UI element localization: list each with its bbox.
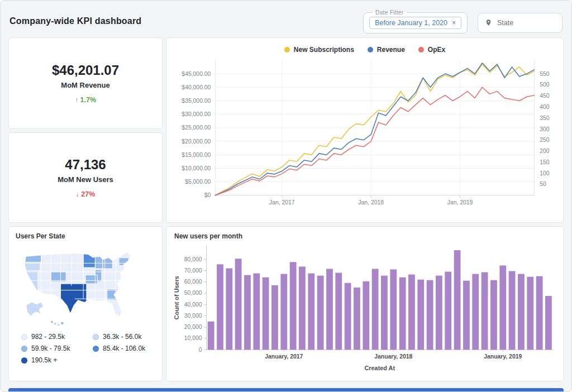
svg-text:500: 500 <box>540 82 550 88</box>
svg-text:$25,000.00: $25,000.00 <box>182 125 211 131</box>
svg-text:150: 150 <box>540 159 550 165</box>
map-legend-item: 36.3k - 56.0k <box>93 333 155 341</box>
svg-text:350: 350 <box>540 115 550 121</box>
series-dot <box>284 47 290 52</box>
svg-text:$5,000.00: $5,000.00 <box>185 179 211 185</box>
svg-text:Created At: Created At <box>364 365 395 371</box>
svg-text:$40,000.00: $40,000.00 <box>182 84 211 90</box>
kpi-trend-line-chart[interactable]: $0$5,000.00$10,000.00$15,000.00$20,000.0… <box>171 54 559 211</box>
svg-text:January, 2019: January, 2019 <box>484 353 522 360</box>
svg-text:$20,000.00: $20,000.00 <box>182 138 211 145</box>
svg-text:60,000: 60,000 <box>184 279 202 285</box>
arrow-down-icon: ↓ <box>76 190 79 198</box>
map-legend-item: 190.5k + <box>21 356 87 364</box>
map-legend-item: 59.9k - 79.5k <box>21 345 87 352</box>
remove-filter-icon[interactable]: × <box>452 19 456 27</box>
legend-swatch <box>21 346 27 352</box>
state-filter[interactable]: State <box>478 13 563 33</box>
card-title: Users Per State <box>16 232 155 240</box>
map-legend: 982 - 29.5k 36.3k - 56.0k 59.9k - 79.5k … <box>21 333 155 364</box>
date-filter[interactable]: Date Filter Before January 1, 2020 × <box>363 9 468 34</box>
svg-text:250: 250 <box>540 137 550 143</box>
legend-swatch <box>93 334 99 340</box>
legend-swatch <box>21 357 27 364</box>
kpi-delta: ↓ 27% <box>76 190 96 198</box>
kpi-card-mom-revenue: $46,201.07 MoM Revenue ↑ 1.7% <box>8 37 163 129</box>
date-filter-value: Before January 1, 2020 <box>375 19 447 27</box>
legend-swatch <box>21 334 27 340</box>
svg-text:400: 400 <box>540 104 550 110</box>
map-legend-item: 85.4k - 106.0k <box>93 345 155 352</box>
kpi-value: $46,201.07 <box>52 63 119 78</box>
dashboard-frame: Company-wide KPI dashboard Date Filter B… <box>0 0 572 392</box>
legend-label: 85.4k - 106.0k <box>103 345 145 352</box>
users-per-state-card: Users Per State <box>8 226 163 381</box>
svg-text:Jan, 2019: Jan, 2019 <box>447 199 473 205</box>
kpi-label: MoM New Users <box>58 175 113 184</box>
svg-text:$35,000.00: $35,000.00 <box>182 98 211 104</box>
date-filter-label: Date Filter <box>373 9 407 16</box>
legend-label: 59.9k - 79.5k <box>31 345 70 352</box>
svg-text:January, 2018: January, 2018 <box>374 353 412 360</box>
kpi-delta: ↑ 1.7% <box>75 96 96 104</box>
kpi-card-mom-new-users: 47,136 MoM New Users ↓ 27% <box>8 132 163 223</box>
page-title: Company-wide KPI dashboard <box>9 16 141 26</box>
new-users-per-month-card: New users per month 010,00020,00030,0004… <box>166 226 564 381</box>
kpi-label: MoM Revenue <box>61 81 109 89</box>
map-legend-item: 982 - 29.5k <box>21 333 87 341</box>
svg-text:70,000: 70,000 <box>184 267 202 274</box>
kpi-delta-value: 1.7% <box>80 96 97 104</box>
series-dot <box>368 47 373 52</box>
svg-text:$0: $0 <box>204 192 211 198</box>
state-filter-placeholder: State <box>497 19 513 27</box>
svg-text:40,000: 40,000 <box>184 302 202 308</box>
legend-label: 190.5k + <box>31 356 57 364</box>
legend-swatch <box>93 346 99 352</box>
svg-text:30,000: 30,000 <box>184 313 202 319</box>
hawaii-shape <box>51 321 64 326</box>
svg-text:January, 2017: January, 2017 <box>265 353 303 360</box>
svg-text:Jan, 2018: Jan, 2018 <box>358 199 384 205</box>
arrow-up-icon: ↑ <box>75 96 78 104</box>
svg-text:Count of Users: Count of Users <box>173 276 180 319</box>
legend-item-revenue[interactable]: Revenue <box>368 46 405 54</box>
svg-text:$45,000.00: $45,000.00 <box>182 71 211 77</box>
svg-text:50: 50 <box>540 181 546 187</box>
left-column: $46,201.07 MoM Revenue ↑ 1.7% 47,136 MoM… <box>8 37 163 381</box>
next-card-edge <box>8 388 564 392</box>
svg-text:Jan, 2017: Jan, 2017 <box>269 199 295 205</box>
new-users-bar-chart[interactable]: 010,00020,00030,00040,00050,00060,00070,… <box>171 240 559 373</box>
svg-text:100: 100 <box>540 170 550 176</box>
card-title: New users per month <box>174 232 559 240</box>
svg-text:80,000: 80,000 <box>184 256 202 262</box>
series-dot <box>418 47 424 52</box>
series-label: OpEx <box>428 46 445 54</box>
series-label: Revenue <box>377 46 405 54</box>
alaska-shape <box>26 302 44 316</box>
date-filter-chip[interactable]: Before January 1, 2020 × <box>369 17 461 29</box>
svg-text:$15,000.00: $15,000.00 <box>182 152 211 158</box>
svg-text:300: 300 <box>540 126 550 132</box>
legend-label: 36.3k - 56.0k <box>103 333 141 341</box>
legend-label: 982 - 29.5k <box>31 333 65 341</box>
legend-item-opex[interactable]: OpEx <box>418 46 445 54</box>
series-label: New Subscriptions <box>294 46 354 54</box>
svg-text:10,000: 10,000 <box>184 336 202 342</box>
dashboard-header: Company-wide KPI dashboard Date Filter B… <box>1 1 571 37</box>
legend-item-new-subscriptions[interactable]: New Subscriptions <box>284 46 354 54</box>
right-column: New Subscriptions Revenue OpEx $0$5,000.… <box>166 37 564 381</box>
location-pin-icon <box>485 18 492 27</box>
svg-text:200: 200 <box>540 148 550 154</box>
kpi-delta-value: 27% <box>81 190 95 198</box>
svg-text:50,000: 50,000 <box>184 290 202 296</box>
svg-text:550: 550 <box>540 71 550 77</box>
dashboard-grid: $46,201.07 MoM Revenue ↑ 1.7% 47,136 MoM… <box>1 37 571 381</box>
svg-text:0: 0 <box>199 347 202 353</box>
svg-text:450: 450 <box>540 93 550 99</box>
us-choropleth-map[interactable] <box>21 243 150 327</box>
series-legend: New Subscriptions Revenue OpEx <box>171 46 559 54</box>
kpi-trend-card: New Subscriptions Revenue OpEx $0$5,000.… <box>166 37 564 223</box>
kpi-value: 47,136 <box>65 157 106 173</box>
filter-bar: Date Filter Before January 1, 2020 × Sta… <box>363 9 563 34</box>
svg-text:$30,000.00: $30,000.00 <box>182 111 211 117</box>
